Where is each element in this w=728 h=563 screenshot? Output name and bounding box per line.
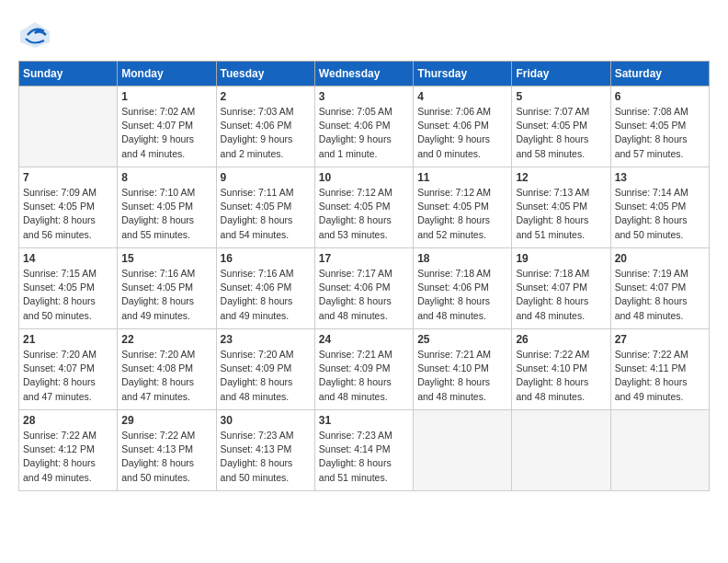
dow-header: Saturday (610, 62, 709, 86)
day-info: Sunrise: 7:16 AMSunset: 4:05 PMDaylight:… (121, 267, 211, 323)
day-number: 19 (516, 252, 606, 265)
calendar-cell (414, 410, 512, 491)
day-info: Sunrise: 7:13 AMSunset: 4:05 PMDaylight:… (516, 186, 606, 242)
dow-header: Wednesday (314, 62, 413, 86)
calendar-cell: 21Sunrise: 7:20 AMSunset: 4:07 PMDayligh… (19, 329, 118, 410)
day-info: Sunrise: 7:21 AMSunset: 4:10 PMDaylight:… (417, 348, 507, 404)
calendar-cell: 3Sunrise: 7:05 AMSunset: 4:06 PMDaylight… (314, 86, 413, 167)
calendar-cell: 26Sunrise: 7:22 AMSunset: 4:10 PMDayligh… (512, 329, 610, 410)
calendar-cell: 30Sunrise: 7:23 AMSunset: 4:13 PMDayligh… (216, 410, 314, 491)
day-info: Sunrise: 7:20 AMSunset: 4:07 PMDaylight:… (23, 348, 113, 404)
day-info: Sunrise: 7:17 AMSunset: 4:06 PMDaylight:… (319, 267, 409, 323)
day-info: Sunrise: 7:23 AMSunset: 4:14 PMDaylight:… (319, 429, 409, 485)
day-number: 17 (319, 252, 409, 265)
calendar-cell: 11Sunrise: 7:12 AMSunset: 4:05 PMDayligh… (414, 167, 512, 248)
day-info: Sunrise: 7:14 AMSunset: 4:05 PMDaylight:… (615, 186, 705, 242)
day-number: 28 (23, 414, 113, 427)
calendar-cell: 8Sunrise: 7:10 AMSunset: 4:05 PMDaylight… (118, 167, 216, 248)
calendar-cell: 20Sunrise: 7:19 AMSunset: 4:07 PMDayligh… (610, 248, 709, 329)
calendar-week: 21Sunrise: 7:20 AMSunset: 4:07 PMDayligh… (19, 329, 710, 410)
day-info: Sunrise: 7:12 AMSunset: 4:05 PMDaylight:… (319, 186, 409, 242)
day-number: 20 (615, 252, 705, 265)
day-number: 8 (121, 171, 211, 184)
calendar-cell: 16Sunrise: 7:16 AMSunset: 4:06 PMDayligh… (216, 248, 314, 329)
day-number: 6 (615, 90, 705, 103)
calendar-cell: 10Sunrise: 7:12 AMSunset: 4:05 PMDayligh… (314, 167, 413, 248)
calendar-cell: 5Sunrise: 7:07 AMSunset: 4:05 PMDaylight… (512, 86, 610, 167)
dow-header: Friday (512, 62, 610, 86)
day-number: 2 (221, 90, 311, 103)
day-number: 31 (319, 414, 409, 427)
calendar-cell: 29Sunrise: 7:22 AMSunset: 4:13 PMDayligh… (118, 410, 216, 491)
calendar-cell: 4Sunrise: 7:06 AMSunset: 4:06 PMDaylight… (414, 86, 512, 167)
logo (18, 18, 55, 52)
day-info: Sunrise: 7:15 AMSunset: 4:05 PMDaylight:… (23, 267, 113, 323)
day-info: Sunrise: 7:18 AMSunset: 4:06 PMDaylight:… (417, 267, 507, 323)
day-info: Sunrise: 7:22 AMSunset: 4:10 PMDaylight:… (516, 348, 606, 404)
day-number: 23 (221, 333, 311, 346)
day-info: Sunrise: 7:11 AMSunset: 4:05 PMDaylight:… (221, 186, 311, 242)
day-info: Sunrise: 7:21 AMSunset: 4:09 PMDaylight:… (319, 348, 409, 404)
calendar: SundayMondayTuesdayWednesdayThursdayFrid… (18, 61, 710, 491)
calendar-cell (610, 410, 709, 491)
day-info: Sunrise: 7:16 AMSunset: 4:06 PMDaylight:… (221, 267, 311, 323)
day-info: Sunrise: 7:12 AMSunset: 4:05 PMDaylight:… (417, 186, 507, 242)
day-info: Sunrise: 7:19 AMSunset: 4:07 PMDaylight:… (615, 267, 705, 323)
calendar-cell: 25Sunrise: 7:21 AMSunset: 4:10 PMDayligh… (414, 329, 512, 410)
day-info: Sunrise: 7:02 AMSunset: 4:07 PMDaylight:… (121, 105, 211, 161)
day-number: 12 (516, 171, 606, 184)
calendar-cell: 28Sunrise: 7:22 AMSunset: 4:12 PMDayligh… (19, 410, 118, 491)
day-number: 7 (23, 171, 113, 184)
day-number: 13 (615, 171, 705, 184)
day-number: 15 (121, 252, 211, 265)
calendar-week: 7Sunrise: 7:09 AMSunset: 4:05 PMDaylight… (19, 167, 710, 248)
calendar-cell: 6Sunrise: 7:08 AMSunset: 4:05 PMDaylight… (610, 86, 709, 167)
day-number: 1 (121, 90, 211, 103)
calendar-body: 1Sunrise: 7:02 AMSunset: 4:07 PMDaylight… (19, 86, 710, 491)
day-number: 26 (516, 333, 606, 346)
day-number: 27 (615, 333, 705, 346)
dow-header: Thursday (414, 62, 512, 86)
calendar-cell: 23Sunrise: 7:20 AMSunset: 4:09 PMDayligh… (216, 329, 314, 410)
day-info: Sunrise: 7:22 AMSunset: 4:11 PMDaylight:… (615, 348, 705, 404)
day-info: Sunrise: 7:10 AMSunset: 4:05 PMDaylight:… (121, 186, 211, 242)
day-number: 18 (417, 252, 507, 265)
calendar-cell: 14Sunrise: 7:15 AMSunset: 4:05 PMDayligh… (19, 248, 118, 329)
day-info: Sunrise: 7:18 AMSunset: 4:07 PMDaylight:… (516, 267, 606, 323)
days-of-week-row: SundayMondayTuesdayWednesdayThursdayFrid… (19, 62, 710, 86)
calendar-cell: 9Sunrise: 7:11 AMSunset: 4:05 PMDaylight… (216, 167, 314, 248)
calendar-cell: 19Sunrise: 7:18 AMSunset: 4:07 PMDayligh… (512, 248, 610, 329)
calendar-week: 1Sunrise: 7:02 AMSunset: 4:07 PMDaylight… (19, 86, 710, 167)
calendar-cell: 15Sunrise: 7:16 AMSunset: 4:05 PMDayligh… (118, 248, 216, 329)
day-number: 24 (319, 333, 409, 346)
day-number: 30 (221, 414, 311, 427)
day-info: Sunrise: 7:08 AMSunset: 4:05 PMDaylight:… (615, 105, 705, 161)
day-number: 4 (417, 90, 507, 103)
calendar-cell: 22Sunrise: 7:20 AMSunset: 4:08 PMDayligh… (118, 329, 216, 410)
day-info: Sunrise: 7:09 AMSunset: 4:05 PMDaylight:… (23, 186, 113, 242)
header (18, 18, 710, 52)
day-info: Sunrise: 7:03 AMSunset: 4:06 PMDaylight:… (221, 105, 311, 161)
day-number: 16 (221, 252, 311, 265)
day-info: Sunrise: 7:05 AMSunset: 4:06 PMDaylight:… (319, 105, 409, 161)
day-info: Sunrise: 7:22 AMSunset: 4:12 PMDaylight:… (23, 429, 113, 485)
calendar-cell: 7Sunrise: 7:09 AMSunset: 4:05 PMDaylight… (19, 167, 118, 248)
calendar-week: 14Sunrise: 7:15 AMSunset: 4:05 PMDayligh… (19, 248, 710, 329)
day-info: Sunrise: 7:07 AMSunset: 4:05 PMDaylight:… (516, 105, 606, 161)
day-number: 11 (417, 171, 507, 184)
dow-header: Tuesday (216, 62, 314, 86)
day-info: Sunrise: 7:22 AMSunset: 4:13 PMDaylight:… (121, 429, 211, 485)
day-number: 29 (121, 414, 211, 427)
day-number: 14 (23, 252, 113, 265)
day-number: 9 (221, 171, 311, 184)
day-number: 5 (516, 90, 606, 103)
calendar-cell: 18Sunrise: 7:18 AMSunset: 4:06 PMDayligh… (414, 248, 512, 329)
day-info: Sunrise: 7:20 AMSunset: 4:09 PMDaylight:… (221, 348, 311, 404)
calendar-week: 28Sunrise: 7:22 AMSunset: 4:12 PMDayligh… (19, 410, 710, 491)
day-number: 25 (417, 333, 507, 346)
calendar-cell: 24Sunrise: 7:21 AMSunset: 4:09 PMDayligh… (314, 329, 413, 410)
calendar-cell (512, 410, 610, 491)
calendar-cell: 13Sunrise: 7:14 AMSunset: 4:05 PMDayligh… (610, 167, 709, 248)
day-number: 10 (319, 171, 409, 184)
calendar-cell: 31Sunrise: 7:23 AMSunset: 4:14 PMDayligh… (314, 410, 413, 491)
